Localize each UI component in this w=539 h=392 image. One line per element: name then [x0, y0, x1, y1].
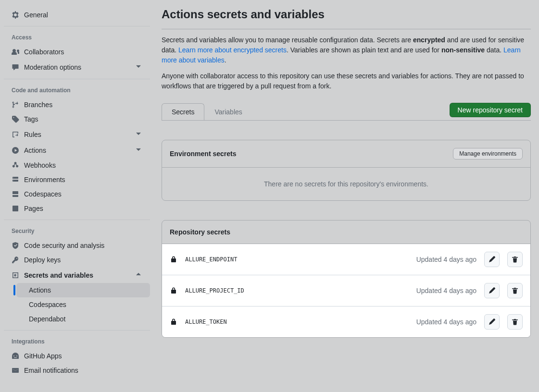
sidebar-item-label: Dependabot: [29, 315, 65, 323]
sidebar-item-tags[interactable]: Tags: [4, 112, 150, 126]
secret-updated: Updated 4 days ago: [416, 287, 476, 294]
tag-icon: [12, 115, 19, 123]
sidebar-item-label: Deploy keys: [24, 256, 61, 264]
secret-row: ALLURE_PROJECT_ID Updated 4 days ago: [162, 275, 530, 306]
branch-icon: [12, 101, 19, 109]
sidebar-item-branches[interactable]: Branches: [4, 98, 150, 112]
people-icon: [12, 48, 19, 56]
edit-secret-button[interactable]: [484, 314, 500, 330]
repository-secrets-box: Repository secrets ALLURE_ENDPOINT Updat…: [162, 220, 531, 338]
secret-updated: Updated 4 days ago: [416, 318, 476, 326]
sidebar-subitem-actions[interactable]: Actions: [16, 283, 150, 297]
intro-paragraph-1: Secrets and variables allow you to manag…: [162, 35, 531, 65]
play-icon: [12, 147, 19, 154]
sidebar-item-webhooks[interactable]: Webhooks: [4, 158, 150, 172]
environment-secrets-box: Environment secrets Manage environments …: [162, 140, 531, 201]
delete-secret-button[interactable]: [507, 252, 523, 267]
mail-icon: [12, 367, 19, 374]
sidebar-item-label: Secrets and variables: [24, 271, 93, 279]
delete-secret-button[interactable]: [507, 314, 523, 330]
link-encrypted-secrets[interactable]: Learn more about encrypted secrets: [178, 46, 287, 54]
sidebar-item-github-apps[interactable]: GitHub Apps: [4, 349, 150, 363]
webhook-icon: [12, 161, 19, 169]
edit-secret-button[interactable]: [484, 283, 500, 298]
sidebar-item-environments[interactable]: Environments: [4, 172, 150, 187]
tab-secrets[interactable]: Secrets: [162, 103, 204, 120]
sidebar-item-label: Collaborators: [24, 48, 64, 56]
divider: [162, 29, 531, 29]
page-title: Actions secrets and variables: [162, 8, 531, 21]
repo-push-icon: [12, 131, 19, 138]
sidebar-item-actions[interactable]: Actions: [4, 142, 150, 158]
delete-secret-button[interactable]: [507, 283, 523, 298]
sidebar-item-codespaces[interactable]: Codespaces: [4, 187, 150, 201]
sidebar-item-label: Codespaces: [29, 301, 66, 308]
sidebar-item-collaborators[interactable]: Collaborators: [4, 45, 150, 59]
secret-name: ALLURE_ENDPOINT: [185, 256, 409, 263]
chevron-down-icon: [135, 146, 142, 155]
repository-secrets-title: Repository secrets: [170, 228, 523, 236]
chevron-up-icon: [135, 270, 142, 280]
sidebar-item-label: Rules: [24, 131, 41, 138]
sidebar-subitem-dependabot[interactable]: Dependabot: [16, 312, 150, 326]
chevron-down-icon: [135, 62, 142, 72]
sidebar-item-label: Actions: [29, 286, 51, 294]
sidebar-item-rules[interactable]: Rules: [4, 126, 150, 142]
lock-icon: [170, 287, 177, 294]
secret-updated: Updated 4 days ago: [416, 256, 476, 263]
browser-icon: [12, 205, 19, 212]
chevron-down-icon: [135, 130, 142, 139]
environment-secrets-empty: There are no secrets for this repository…: [162, 168, 530, 200]
sidebar-item-label: Moderation options: [24, 63, 81, 71]
shield-icon: [12, 242, 19, 249]
key-asterisk-icon: [12, 271, 19, 279]
lock-icon: [170, 256, 177, 263]
manage-environments-button[interactable]: Manage environments: [453, 148, 523, 159]
sidebar-item-deploy-keys[interactable]: Deploy keys: [4, 253, 150, 267]
new-repository-secret-button[interactable]: New repository secret: [450, 103, 531, 117]
sidebar-subitem-codespaces[interactable]: Codespaces: [16, 297, 150, 312]
sidebar-item-general[interactable]: General: [4, 8, 150, 22]
sidebar-item-secrets-variables[interactable]: Secrets and variables: [4, 267, 150, 283]
environment-secrets-title: Environment secrets: [170, 150, 449, 158]
edit-secret-button[interactable]: [484, 252, 500, 267]
hubot-icon: [12, 352, 19, 360]
sidebar-item-label: Code security and analysis: [24, 242, 104, 249]
secret-row: ALLURE_ENDPOINT Updated 4 days ago: [162, 244, 530, 275]
sidebar-item-code-security[interactable]: Code security and analysis: [4, 238, 150, 253]
tab-variables[interactable]: Variables: [204, 103, 252, 120]
sidebar-item-label: Pages: [24, 205, 43, 212]
sidebar-item-moderation[interactable]: Moderation options: [4, 59, 150, 75]
secret-name: ALLURE_TOKEN: [185, 318, 409, 325]
sidebar-heading-access: Access: [4, 30, 150, 45]
sidebar-item-pages[interactable]: Pages: [4, 201, 150, 216]
intro-paragraph-2: Anyone with collaborator access to this …: [162, 71, 531, 91]
server-icon: [12, 176, 19, 184]
sidebar-heading-integrations: Integrations: [4, 334, 150, 349]
sidebar-heading-code: Code and automation: [4, 83, 150, 98]
sidebar-item-label: Codespaces: [24, 190, 62, 198]
key-icon: [12, 256, 19, 264]
comment-discussion-icon: [12, 63, 19, 71]
codespaces-icon: [12, 190, 19, 198]
sidebar-item-email-notifications[interactable]: Email notifications: [4, 363, 150, 378]
sidebar-item-label: Email notifications: [24, 367, 78, 374]
sidebar-item-label: GitHub Apps: [24, 352, 62, 360]
sidebar-heading-security: Security: [4, 224, 150, 238]
secret-row: ALLURE_TOKEN Updated 4 days ago: [162, 306, 530, 337]
gear-icon: [12, 11, 19, 19]
sidebar-item-label: General: [24, 11, 48, 19]
sidebar-item-label: Actions: [24, 147, 46, 154]
sidebar-item-label: Webhooks: [24, 161, 56, 169]
sidebar-item-label: Tags: [24, 115, 38, 123]
lock-icon: [170, 318, 177, 326]
sidebar-item-label: Environments: [24, 176, 65, 184]
secret-name: ALLURE_PROJECT_ID: [185, 287, 409, 294]
sidebar-item-label: Branches: [24, 101, 52, 109]
